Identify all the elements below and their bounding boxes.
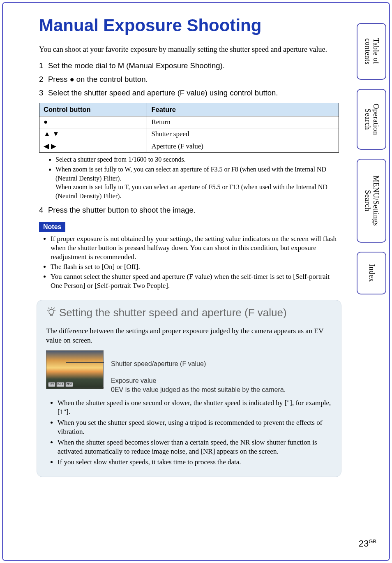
tip-box: Setting the shutter speed and aperture (…	[37, 300, 341, 477]
side-tabs: Table ofcontents OperationSearch MENU/Se…	[357, 23, 386, 294]
tip-heading-text: Setting the shutter speed and aperture (…	[59, 306, 287, 319]
tip-list: When the shutter speed is one second or …	[46, 399, 332, 467]
tab-label: Index	[367, 264, 376, 282]
main-content: Manual Exposure Shooting You can shoot a…	[39, 16, 339, 477]
callout-line	[58, 387, 104, 387]
bullet-text-cont: When zoom is set fully to T, you can sel…	[55, 183, 339, 200]
page-title: Manual Exposure Shooting	[39, 16, 339, 35]
svg-point-0	[49, 309, 54, 314]
control-center-icon: ●	[39, 116, 147, 128]
table-row: ● Return	[39, 116, 339, 128]
thumbnail-status-bar: 125 F4.4 0EV	[48, 382, 73, 387]
callout-detail: 0EV is the value judged as the most suit…	[111, 386, 286, 393]
list-item: The flash is set to [On] or [Off].	[51, 262, 339, 271]
step-number: 2	[39, 74, 43, 86]
bullet-text: Select a shutter speed from 1/1600 to 30…	[55, 156, 186, 163]
tab-label: MENU/SettingsSearch	[363, 176, 380, 226]
list-item: When zoom is set fully to W, you can sel…	[55, 165, 339, 200]
intro-text: You can shoot at your favorite exposure …	[39, 44, 339, 54]
tip-heading: Setting the shutter speed and aperture (…	[46, 306, 332, 320]
sample-thumbnail: 125 F4.4 0EV	[46, 350, 104, 389]
svg-line-5	[53, 308, 55, 309]
feature-cell: Aperture (F value)	[147, 140, 339, 153]
tab-label-line2: Search	[364, 109, 372, 130]
list-item: If proper exposure is not obtained by yo…	[51, 234, 339, 262]
thumb-aperture-chip: F4.4	[56, 382, 65, 387]
list-item: When the shutter speed becomes slower th…	[58, 438, 332, 456]
tab-label: OperationSearch	[363, 104, 380, 135]
step-1-text-b: (Manual Exposure Shooting).	[124, 61, 225, 70]
tip-intro: The difference between the settings and …	[46, 326, 332, 345]
control-updown-icon: ▲ ▼	[39, 128, 147, 140]
step-3-text: Select the shutter speed and aperture (F…	[48, 88, 278, 97]
notes-list: If proper exposure is not obtained by yo…	[39, 234, 339, 291]
step-1-text-a: Set the mode dial to	[48, 61, 118, 70]
list-item: If you select slow shutter speeds, it ta…	[58, 458, 332, 467]
tip-figure: 125 F4.4 0EV Shutter speed/aperture (F v…	[46, 350, 332, 394]
callouts: Shutter speed/aperture (F value) Exposur…	[111, 350, 286, 394]
mode-dial-m-icon: M	[118, 61, 124, 70]
bullet-text: When zoom is set fully to W, you can sel…	[55, 166, 326, 182]
tab-label: Table ofcontents	[363, 38, 380, 65]
step-2-text-a: Press	[48, 75, 69, 83]
tab-label-line1: Table of	[372, 38, 380, 64]
list-item: When you set the shutter speed slower, u…	[58, 418, 332, 436]
svg-line-2	[47, 310, 48, 311]
tab-table-of-contents[interactable]: Table ofcontents	[357, 23, 386, 80]
table-row: ◀ ▶ Aperture (F value)	[39, 140, 339, 153]
step-2: 2 Press ● on the control button.	[39, 74, 339, 86]
steps-list: 1 Set the mode dial to M (Manual Exposur…	[39, 60, 339, 99]
tab-index[interactable]: Index	[357, 252, 386, 294]
page-num-suffix: GB	[369, 538, 376, 544]
step-number: 1	[39, 60, 43, 72]
step-number: 4	[39, 204, 43, 216]
feature-cell: Shutter speed	[147, 128, 339, 140]
page-num-value: 23	[359, 538, 369, 549]
notes-label: Notes	[39, 222, 65, 232]
table-row: ▲ ▼ Shutter speed	[39, 128, 339, 140]
list-item: You cannot select the shutter speed and …	[51, 272, 339, 290]
step-number: 3	[39, 87, 43, 99]
callout-line	[66, 362, 104, 363]
callout-label: Exposure value	[111, 377, 156, 384]
svg-line-3	[54, 310, 55, 311]
steps-list-cont: 4 Press the shutter button to shoot the …	[39, 204, 339, 216]
page-number: 23GB	[359, 538, 376, 549]
tab-label-line2: contents	[364, 38, 372, 65]
tab-label-line2: Search	[364, 190, 372, 211]
feature-cell: Return	[147, 116, 339, 128]
callout-exposure-value: Exposure value 0EV is the value judged a…	[111, 376, 286, 394]
thumb-ev-chip: 0EV	[65, 382, 73, 387]
step3-sub-bullets: Select a shutter speed from 1/1600 to 30…	[39, 155, 339, 200]
table-header-feature: Feature	[147, 103, 339, 116]
step-1: 1 Set the mode dial to M (Manual Exposur…	[39, 60, 339, 72]
tip-bulb-icon	[46, 306, 57, 320]
control-leftright-icon: ◀ ▶	[39, 140, 147, 153]
tab-label-line1: Operation	[372, 104, 380, 135]
svg-line-4	[48, 308, 49, 309]
list-item: Select a shutter speed from 1/1600 to 30…	[55, 155, 339, 164]
svg-rect-6	[51, 314, 53, 315]
list-item: When the shutter speed is one second or …	[58, 399, 332, 417]
top-wash	[3, 3, 389, 10]
control-button-table: Control button Feature ● Return ▲ ▼ Shut…	[39, 103, 339, 153]
thumb-shutter-chip: 125	[48, 382, 55, 387]
step-3: 3 Select the shutter speed and aperture …	[39, 87, 339, 99]
table-header-control: Control button	[39, 103, 147, 116]
step-4: 4 Press the shutter button to shoot the …	[39, 204, 339, 216]
step-2-text-b: on the control button.	[74, 75, 148, 83]
center-button-icon: ●	[69, 75, 74, 83]
step-4-text: Press the shutter button to shoot the im…	[48, 206, 196, 214]
callout-shutter-aperture: Shutter speed/aperture (F value)	[111, 359, 286, 368]
tab-operation-search[interactable]: OperationSearch	[357, 89, 386, 150]
tab-label-line1: MENU/Settings	[372, 176, 380, 226]
tab-menu-settings-search[interactable]: MENU/SettingsSearch	[357, 159, 386, 243]
